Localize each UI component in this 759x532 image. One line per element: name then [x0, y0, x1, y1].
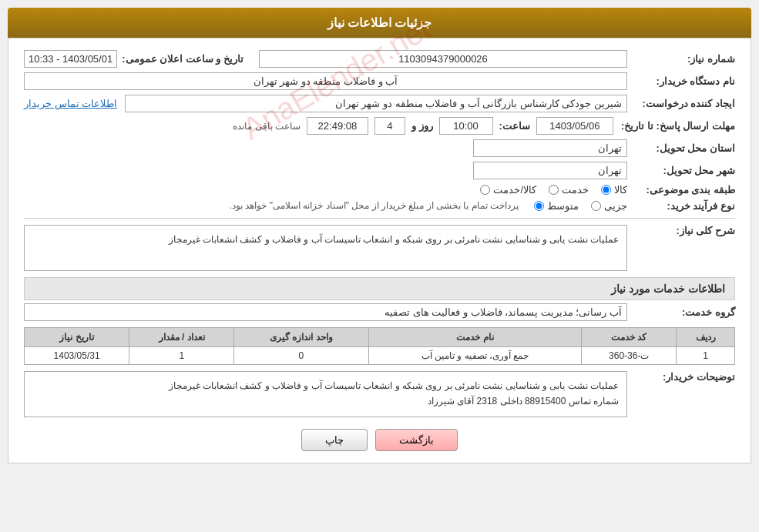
creator-input: شیرین جودکی کارشناس بازرگانی آب و فاضلاب…: [125, 95, 627, 112]
purchase-type-label: نوع فرآیند خرید:: [627, 200, 735, 212]
purchase-type-note: پرداخت تمام یا بخشی از مبلغ خریدار از مح…: [230, 200, 519, 211]
announce-date-label: تاریخ و ساعت اعلان عمومی:: [122, 53, 243, 65]
need-number-input: 1103094379000026: [259, 50, 627, 68]
cell-code: ت-36-360: [582, 347, 677, 365]
cell-date: 1403/05/31: [25, 347, 129, 365]
col-name: نام خدمت: [368, 328, 582, 347]
creator-value: شیرین جودکی کارشناس بازرگانی آب و فاضلاب…: [24, 95, 627, 112]
service-group-input: آب رسانی؛ مدیریت پسماند، فاضلاب و فعالیت…: [24, 303, 627, 321]
purchase-type-motavas-radio[interactable]: [534, 201, 544, 211]
page-title: جزئیات اطلاعات نیاز: [327, 16, 432, 29]
category-label: طبقه بندی موضوعی:: [627, 184, 735, 196]
city-value: تهران: [24, 162, 627, 179]
page-wrapper: جزئیات اطلاعات نیاز AnaElender.net شماره…: [0, 0, 759, 471]
cell-quantity: 1: [129, 347, 234, 365]
announce-date-value: 1403/05/01 - 10:33: [24, 50, 117, 68]
purchase-type-radio-jozi[interactable]: جزیی: [591, 200, 627, 212]
services-table: ردیف کد خدمت نام خدمت واحد اندازه گیری ت…: [24, 327, 735, 365]
category-radio-kala[interactable]: کالا: [601, 184, 627, 196]
row-province: استان محل تحویل: تهران: [24, 139, 735, 157]
buyer-org-input: آب و فاضلاب منطقه دو شهر تهران: [24, 72, 627, 90]
reply-remaining-label: ساعت باقی مانده: [233, 121, 301, 132]
contact-info-link[interactable]: اطلاعات تماس خریدار: [24, 98, 117, 109]
category-khedmat-label: خدمت: [562, 184, 589, 196]
reply-date-input: 1403/05/06: [536, 117, 613, 135]
category-khedmat-radio[interactable]: [549, 185, 559, 195]
purchase-type-motavas-label: متوسط: [547, 200, 579, 212]
province-value: تهران: [24, 139, 627, 157]
reply-time-input: 10:00: [439, 117, 493, 135]
row-purchase-type: نوع فرآیند خرید: جزیی متوسط پرداخت تمام …: [24, 200, 735, 212]
need-description-box: عملیات نشت یابی و شناسایی نشت نامرئی بر …: [24, 225, 627, 271]
services-section-title: اطلاعات خدمات مورد نیاز: [24, 277, 735, 300]
province-input: تهران: [473, 139, 627, 157]
category-radio-khedmat[interactable]: خدمت: [549, 184, 589, 196]
bottom-buttons: بازگشت چاپ: [24, 429, 735, 451]
purchase-type-radio-motavas[interactable]: متوسط: [534, 200, 579, 212]
col-date: تاریخ نیاز: [25, 328, 129, 347]
col-quantity: تعداد / مقدار: [129, 328, 234, 347]
category-kala-khedmat-label: کالا/خدمت: [493, 184, 536, 196]
category-kala-label: کالا: [614, 184, 627, 196]
row-category: طبقه بندی موضوعی: کالا خدمت کالا/خدمت: [24, 184, 735, 196]
buyer-desc-value: عملیات نشت یابی و شناسایی نشت نامرئی بر …: [24, 371, 627, 417]
buyer-org-label: نام دستگاه خریدار:: [627, 75, 735, 87]
row-buyer-desc: توضیحات خریدار: عملیات نشت یابی و شناسای…: [24, 371, 735, 417]
city-label: شهر محل تحویل:: [627, 165, 735, 176]
service-group-label: گروه خدمت:: [627, 306, 735, 318]
row-creator: ایجاد کننده درخواست: شیرین جودکی کارشناس…: [24, 95, 735, 112]
row-need-description: شرح کلی نیاز: عملیات نشت یابی و شناسایی …: [24, 225, 735, 271]
reply-days-label: روز و: [411, 120, 433, 132]
need-number-label: شماره نیاز:: [627, 53, 735, 65]
reply-days-input: 4: [374, 117, 405, 135]
reply-time-label: ساعت:: [499, 120, 530, 132]
buyer-org-value: آب و فاضلاب منطقه دو شهر تهران: [24, 72, 627, 90]
category-kala-khedmat-radio[interactable]: [480, 185, 490, 195]
reply-deadline-label: مهلت ارسال پاسخ: تا تاریخ:: [613, 120, 735, 132]
purchase-type-jozi-radio[interactable]: [591, 201, 601, 211]
need-number-value: 1103094379000026 تاریخ و ساعت اعلان عموم…: [24, 50, 627, 68]
category-kala-radio[interactable]: [601, 185, 611, 195]
category-radio-kala-khedmat[interactable]: کالا/خدمت: [480, 184, 536, 196]
col-row: ردیف: [677, 328, 735, 347]
page-header: جزئیات اطلاعات نیاز: [8, 8, 751, 38]
row-reply-deadline: مهلت ارسال پاسخ: تا تاریخ: 1403/05/06 سا…: [24, 117, 735, 135]
table-row: 1ت-36-360جمع آوری، تصفیه و تامین آب01140…: [25, 347, 735, 365]
cell-row: 1: [677, 347, 735, 365]
buyer-desc-box: عملیات نشت یابی و شناسایی نشت نامرئی بر …: [24, 371, 627, 417]
print-button[interactable]: چاپ: [301, 429, 368, 451]
service-group-value: آب رسانی؛ مدیریت پسماند، فاضلاب و فعالیت…: [24, 303, 627, 321]
province-label: استان محل تحویل:: [627, 142, 735, 154]
buyer-desc-label: توضیحات خریدار:: [627, 371, 735, 383]
col-unit: واحد اندازه گیری: [234, 328, 368, 347]
main-card: AnaElender.net شماره نیاز: 1103094379000…: [8, 38, 751, 463]
category-options: کالا خدمت کالا/خدمت: [24, 184, 627, 196]
row-buyer-org: نام دستگاه خریدار: آب و فاضلاب منطقه دو …: [24, 72, 735, 90]
purchase-type-jozi-label: جزیی: [604, 200, 627, 212]
need-description-label: شرح کلی نیاز:: [627, 225, 735, 236]
row-service-group: گروه خدمت: آب رسانی؛ مدیریت پسماند، فاضل…: [24, 303, 735, 321]
purchase-type-options: جزیی متوسط پرداخت تمام یا بخشی از مبلغ خ…: [24, 200, 627, 212]
row-need-number: شماره نیاز: 1103094379000026 تاریخ و ساع…: [24, 50, 735, 68]
back-button[interactable]: بازگشت: [375, 429, 458, 451]
cell-unit: 0: [234, 347, 368, 365]
reply-remaining-input: 22:49:08: [307, 117, 368, 135]
col-code: کد خدمت: [582, 328, 677, 347]
services-table-header-row: ردیف کد خدمت نام خدمت واحد اندازه گیری ت…: [25, 328, 735, 347]
cell-name: جمع آوری، تصفیه و تامین آب: [368, 347, 582, 365]
row-city: شهر محل تحویل: تهران: [24, 162, 735, 179]
reply-deadline-value: 1403/05/06 ساعت: 10:00 روز و 4 22:49:08 …: [24, 117, 613, 135]
divider-1: [24, 218, 735, 219]
creator-label: ایجاد کننده درخواست:: [627, 98, 735, 109]
need-description-value: عملیات نشت یابی و شناسایی نشت نامرئی بر …: [24, 225, 627, 271]
city-input: تهران: [473, 162, 627, 179]
